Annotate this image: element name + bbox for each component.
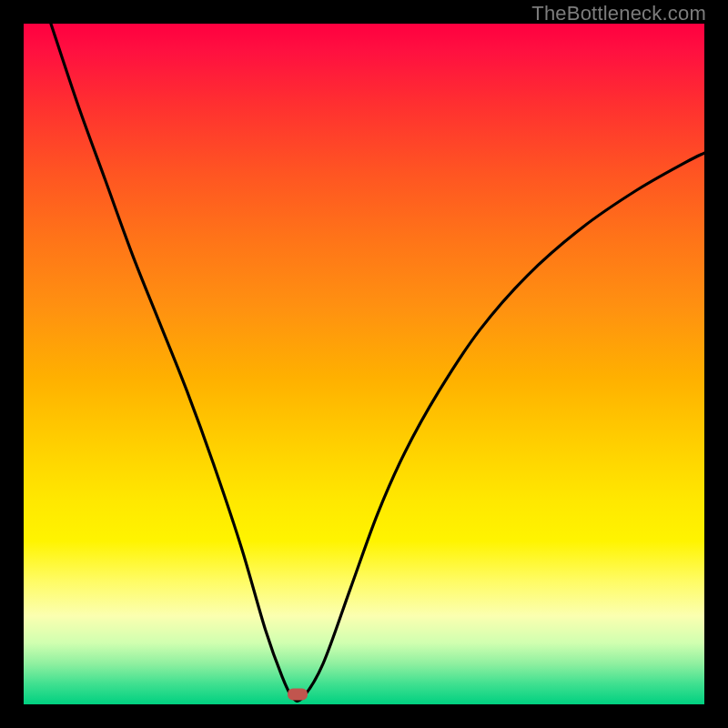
watermark-text: TheBottleneck.com (531, 2, 706, 25)
plot-area (24, 24, 704, 704)
optimum-marker (288, 688, 308, 700)
curve-svg (24, 24, 704, 704)
chart-frame: TheBottleneck.com (0, 0, 728, 728)
bottleneck-curve (51, 24, 704, 701)
